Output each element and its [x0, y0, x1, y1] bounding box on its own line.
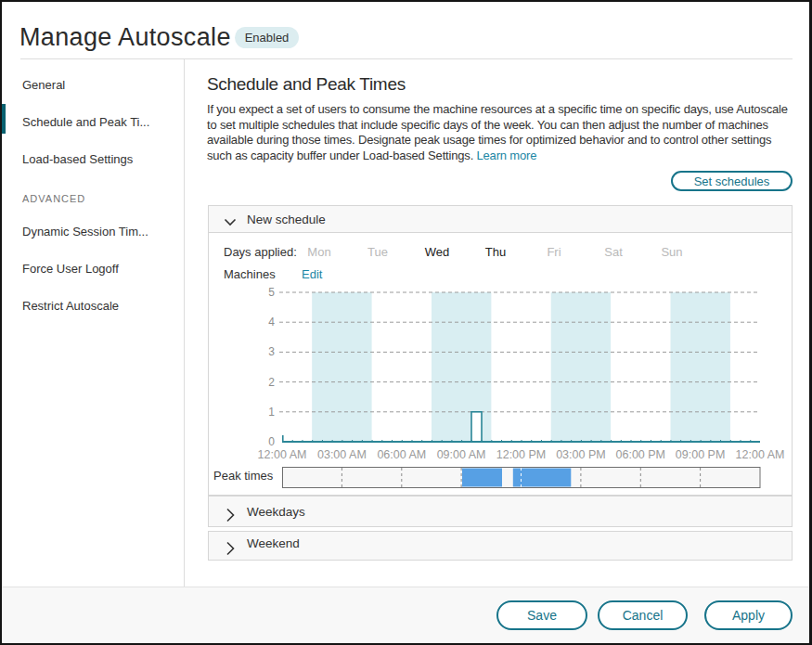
svg-text:4: 4 — [268, 316, 275, 329]
svg-text:09:00 AM: 09:00 AM — [437, 448, 486, 461]
svg-text:12:00 AM: 12:00 AM — [258, 448, 307, 461]
svg-text:06:00 AM: 06:00 AM — [377, 448, 426, 461]
svg-text:2: 2 — [268, 376, 275, 389]
svg-text:09:00 PM: 09:00 PM — [676, 448, 726, 461]
svg-text:06:00 PM: 06:00 PM — [616, 448, 666, 461]
svg-text:03:00 AM: 03:00 AM — [317, 448, 367, 461]
svg-text:03:00 PM: 03:00 PM — [556, 448, 606, 461]
svg-text:1: 1 — [268, 406, 275, 419]
svg-text:5: 5 — [268, 286, 275, 299]
svg-text:Peak times: Peak times — [213, 469, 274, 483]
svg-text:0: 0 — [268, 435, 275, 448]
svg-text:12:00 PM: 12:00 PM — [496, 448, 547, 461]
svg-text:3: 3 — [268, 345, 275, 358]
svg-text:12:00 AM: 12:00 AM — [736, 448, 785, 461]
